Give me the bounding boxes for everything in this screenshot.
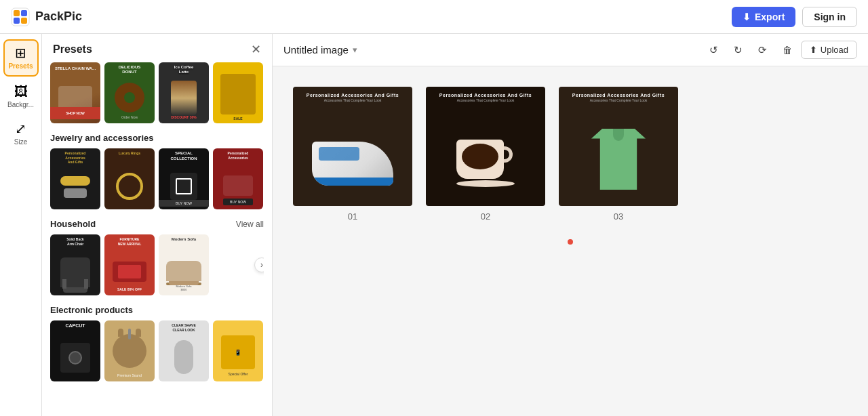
background-icon: 🖼 bbox=[14, 85, 28, 98]
preset-thumb-household3[interactable]: Modern Sofa Modern Sofa$800 bbox=[159, 234, 209, 295]
canvas-card-img-03: Personalized Accessories And Gifts Acces… bbox=[559, 87, 678, 206]
packpic-logo-icon bbox=[11, 7, 30, 26]
canvas-title-area: Untitled image ▾ bbox=[283, 44, 357, 56]
sidebar-item-background[interactable]: 🖼 Backgr... bbox=[3, 79, 39, 114]
canvas-title-chevron[interactable]: ▾ bbox=[353, 45, 357, 55]
canvas-card-label-01: 01 bbox=[348, 211, 357, 222]
preset-thumb-household2[interactable]: FURNITURENEW ARRIVAL SALE 80% OFF bbox=[104, 234, 155, 295]
preset-thumb-elec2[interactable]: Premium Sound bbox=[104, 320, 155, 381]
sidebar-item-background-label: Backgr... bbox=[7, 101, 34, 108]
red-dot-indicator bbox=[568, 239, 573, 245]
jewelry-thumbnails: PersonalizedAccessoriesAnd Gifts Luxury … bbox=[50, 148, 264, 209]
preset-thumb-yellow[interactable]: SALE bbox=[213, 62, 263, 123]
card-02-header: Personalized Accessories And Gifts Acces… bbox=[426, 87, 545, 106]
presets-header: Presets ✕ bbox=[42, 34, 272, 62]
canvas-toolbar-actions: ↺ ↻ ⟳ 🗑 ⬆ Upload bbox=[703, 39, 857, 61]
preset-thumb-elec4[interactable]: 📱 Special Offer bbox=[213, 320, 263, 381]
upload-button[interactable]: ⬆ Upload bbox=[801, 41, 857, 59]
refresh-button[interactable]: ⟳ bbox=[752, 39, 774, 61]
svg-rect-2 bbox=[21, 10, 27, 16]
svg-rect-4 bbox=[21, 18, 27, 24]
sidebar-item-size-label: Size bbox=[14, 138, 27, 146]
svg-rect-3 bbox=[14, 18, 20, 24]
sidebar-item-size[interactable]: ⤢ Size bbox=[3, 117, 39, 151]
canvas-area: Untitled image ▾ ↺ ↻ ⟳ 🗑 ⬆ Upload bbox=[273, 34, 868, 416]
preset-thumb-coffee[interactable]: Ice CoffeeLatte DISCOUNT 30% bbox=[159, 62, 209, 123]
canvas-card-01[interactable]: Personalized Accessories And Gifts Acces… bbox=[293, 87, 412, 222]
topbar-actions: ⬇ Export Sign in bbox=[732, 7, 857, 27]
canvas-card-img-01: Personalized Accessories And Gifts Acces… bbox=[293, 87, 412, 206]
canvas-toolbar: Untitled image ▾ ↺ ↻ ⟳ 🗑 ⬆ Upload bbox=[273, 34, 868, 66]
canvas-card-label-02: 02 bbox=[481, 211, 490, 222]
jewelry-section-header: Jewelry and accessories bbox=[50, 133, 264, 143]
preset-thumb-jewelry3[interactable]: SPECIALCOLLECTION BUY NOW bbox=[159, 148, 209, 209]
redo-button[interactable]: ↻ bbox=[728, 39, 749, 61]
top-presets-row: STELLA CHAIN WA... SHOP NOW DELICIOUSDON… bbox=[50, 62, 264, 123]
main-layout: ⊞ Presets 🖼 Backgr... ⤢ Size Presets ✕ S… bbox=[0, 34, 868, 416]
canvas-cards-row: Personalized Accessories And Gifts Acces… bbox=[293, 87, 848, 222]
sidebar-icons: ⊞ Presets 🖼 Backgr... ⤢ Size bbox=[0, 34, 42, 416]
logo-area: PackPic bbox=[11, 7, 82, 26]
presets-panel: Presets ✕ STELLA CHAIN WA... SHOP NOW DE… bbox=[42, 34, 273, 416]
svg-rect-1 bbox=[14, 10, 20, 16]
export-button[interactable]: ⬇ Export bbox=[732, 7, 795, 27]
electronic-thumbnails: CAPCUT Premium Sound CLEAR SHAVECLEAR LO… bbox=[50, 320, 264, 381]
household-title: Household bbox=[50, 219, 96, 229]
card-01-header: Personalized Accessories And Gifts Acces… bbox=[293, 87, 412, 106]
presets-title: Presets bbox=[53, 43, 92, 56]
upload-icon: ⬆ bbox=[810, 45, 817, 55]
canvas-title: Untitled image bbox=[283, 44, 349, 56]
app-name: PackPic bbox=[35, 9, 82, 24]
signin-button[interactable]: Sign in bbox=[802, 7, 857, 27]
size-icon: ⤢ bbox=[15, 122, 26, 136]
preset-thumb-jewelry1[interactable]: PersonalizedAccessoriesAnd Gifts bbox=[50, 148, 100, 209]
household-thumbnails: Solid BackArm Chair FURNITURENEW ARRIVAL… bbox=[50, 234, 264, 295]
household-view-all[interactable]: View all bbox=[236, 220, 264, 229]
export-icon: ⬇ bbox=[743, 12, 751, 22]
preset-thumb-jewelry4[interactable]: PersonalizedAccessories BUY NOW bbox=[213, 148, 263, 209]
preset-thumb-jewelry2[interactable]: Luxury Rings bbox=[104, 148, 155, 209]
delete-button[interactable]: 🗑 bbox=[776, 39, 798, 61]
preset-thumb-donut[interactable]: DELICIOUSDONUT Order Now bbox=[104, 62, 155, 123]
household-nav-next[interactable]: › bbox=[254, 257, 264, 272]
canvas-card-03[interactable]: Personalized Accessories And Gifts Acces… bbox=[559, 87, 678, 222]
undo-button[interactable]: ↺ bbox=[703, 39, 725, 61]
sidebar-item-presets-label: Presets bbox=[8, 62, 33, 70]
sidebar-item-presets[interactable]: ⊞ Presets bbox=[3, 39, 39, 77]
presets-icon: ⊞ bbox=[15, 46, 26, 60]
card-03-header: Personalized Accessories And Gifts Acces… bbox=[559, 87, 678, 106]
canvas-content[interactable]: Personalized Accessories And Gifts Acces… bbox=[273, 66, 868, 416]
presets-scroll[interactable]: STELLA CHAIN WA... SHOP NOW DELICIOUSDON… bbox=[42, 62, 272, 416]
canvas-card-img-02: Personalized Accessories And Gifts Acces… bbox=[426, 87, 545, 206]
canvas-card-label-03: 03 bbox=[614, 211, 623, 222]
preset-thumb-elec1[interactable]: CAPCUT bbox=[50, 320, 100, 381]
preset-thumb-bakery[interactable]: STELLA CHAIN WA... SHOP NOW bbox=[50, 62, 100, 123]
jewelry-title: Jewelry and accessories bbox=[50, 133, 154, 143]
electronic-section-header: Electronic products bbox=[50, 305, 264, 315]
topbar: PackPic ⬇ Export Sign in bbox=[0, 0, 868, 34]
preset-thumb-elec3[interactable]: CLEAR SHAVECLEAR LOOK bbox=[159, 320, 209, 381]
canvas-card-02[interactable]: Personalized Accessories And Gifts Acces… bbox=[426, 87, 545, 222]
electronic-title: Electronic products bbox=[50, 305, 133, 315]
preset-thumb-household1[interactable]: Solid BackArm Chair bbox=[50, 234, 100, 295]
household-section-header: Household View all bbox=[50, 219, 264, 229]
presets-close-button[interactable]: ✕ bbox=[251, 43, 261, 56]
